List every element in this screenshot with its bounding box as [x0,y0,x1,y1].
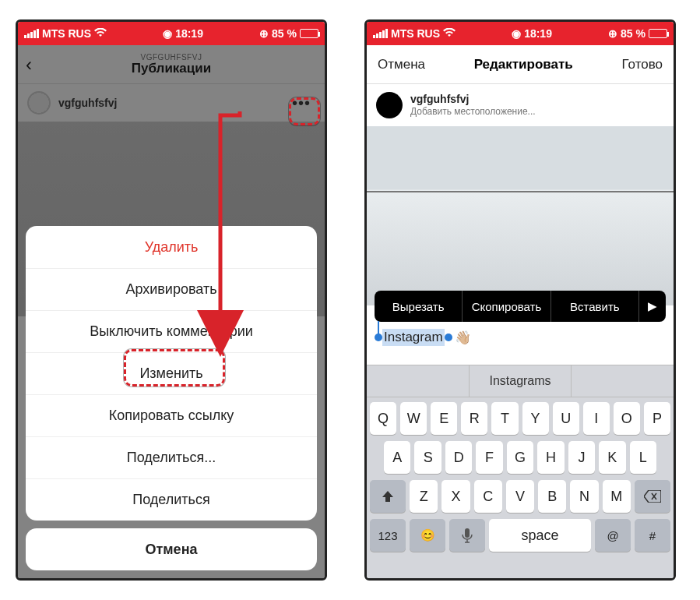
menu-more-icon[interactable]: ▶ [639,299,666,313]
keyboard: QWERTYUIOP ASDFGHJKL ZXCVBNM 123 😊 space… [367,397,674,578]
key-shift-icon[interactable] [370,480,406,513]
key-o[interactable]: O [614,402,640,435]
key-n[interactable]: N [570,480,598,513]
sheet-copy-link[interactable]: Копировать ссылку [26,394,317,436]
wifi-icon [443,27,456,40]
text-selection-menu: Вырезать Скопировать Вставить ▶ [375,291,666,322]
suggestion-center[interactable]: Instagrams [470,365,572,397]
nav-done-button[interactable]: Готово [621,57,663,72]
alarm-icon: ⊕ [608,27,617,40]
avatar[interactable] [376,92,403,118]
key-v[interactable]: V [506,480,534,513]
sheet-edit[interactable]: Изменить [26,352,317,394]
menu-cut[interactable]: Вырезать [375,291,463,322]
post-photo [367,126,674,305]
phone-right: MTS RUS ◉ 18:19 ⊕ 85 % Отмена Редактиров… [364,19,676,581]
menu-copy[interactable]: Скопировать [463,291,551,322]
edit-nav-bar: Отмена Редактировать Готово [367,45,674,84]
key-d[interactable]: D [445,441,472,474]
action-sheet: Удалить Архивировать Выключить комментар… [26,226,317,570]
status-bar: MTS RUS ◉ 18:19 ⊕ 85 % [18,22,325,45]
key-w[interactable]: W [400,402,427,435]
key-r[interactable]: R [461,402,487,435]
suggestion-right[interactable] [572,365,674,397]
key-t[interactable]: T [491,402,518,435]
key-k[interactable]: K [599,441,625,474]
carrier-label: MTS RUS [391,27,440,40]
caption-selected-text: Instagram [382,329,445,346]
suggestion-left[interactable] [367,365,470,397]
key-at[interactable]: @ [595,519,631,552]
key-c[interactable]: C [474,480,502,513]
battery-label: 85 % [272,27,297,40]
key-emoji[interactable]: 😊 [410,519,445,552]
record-icon: ◉ [163,27,172,40]
add-location-link[interactable]: Добавить местоположение... [410,106,536,117]
battery-icon [300,29,318,38]
alarm-icon: ⊕ [259,27,269,40]
battery-label: 85 % [621,27,645,40]
key-p[interactable]: P [644,402,670,435]
key-l[interactable]: L [630,441,656,474]
key-y[interactable]: Y [522,402,549,435]
sheet-archive[interactable]: Архивировать [26,268,317,310]
key-backspace-icon[interactable] [635,480,670,513]
key-mic-icon[interactable] [449,519,485,552]
key-i[interactable]: I [583,402,610,435]
username-label: vgfguhfsfvj [410,93,536,106]
battery-icon [649,29,667,38]
selection-handle-left[interactable] [375,334,382,341]
key-x[interactable]: X [441,480,470,513]
sheet-cancel[interactable]: Отмена [26,528,317,570]
key-b[interactable]: B [538,480,566,513]
time-label: 18:19 [175,27,203,40]
key-a[interactable]: A [384,441,410,474]
key-j[interactable]: J [568,441,595,474]
key-space[interactable]: space [489,519,591,552]
key-z[interactable]: Z [410,480,438,513]
selection-handle-right[interactable] [445,334,452,341]
nav-cancel-button[interactable]: Отмена [378,57,425,72]
wifi-icon [94,27,107,40]
status-bar: MTS RUS ◉ 18:19 ⊕ 85 % [367,22,674,45]
key-s[interactable]: S [414,441,441,474]
key-h[interactable]: H [537,441,564,474]
sheet-comments-off[interactable]: Выключить комментарии [26,310,317,352]
sheet-delete[interactable]: Удалить [26,226,317,268]
signal-icon [373,29,388,38]
record-icon: ◉ [512,27,521,40]
sheet-share-1[interactable]: Поделиться... [26,436,317,478]
key-u[interactable]: U [553,402,579,435]
key-e[interactable]: E [431,402,457,435]
key-q[interactable]: Q [370,402,396,435]
caption-input[interactable]: Instagram 👋🏼 [375,329,666,346]
key-g[interactable]: G [507,441,533,474]
menu-paste[interactable]: Вставить [551,291,639,322]
key-f[interactable]: F [476,441,502,474]
sheet-share-2[interactable]: Поделиться [26,478,317,521]
keyboard-suggestions: Instagrams [367,365,674,397]
edit-user-row: vgfguhfsfvj Добавить местоположение... [367,84,674,126]
time-label: 18:19 [524,27,552,40]
svg-rect-0 [465,528,470,538]
nav-title: Редактировать [474,57,573,72]
signal-icon [24,29,39,38]
key-123[interactable]: 123 [370,519,406,552]
carrier-label: MTS RUS [42,27,91,40]
key-hash[interactable]: # [635,519,670,552]
key-m[interactable]: M [603,480,631,513]
phone-left: MTS RUS ◉ 18:19 ⊕ 85 % ‹ VGFGUHFSFVJ Пуб… [16,19,327,581]
caption-emoji: 👋🏼 [455,330,471,346]
